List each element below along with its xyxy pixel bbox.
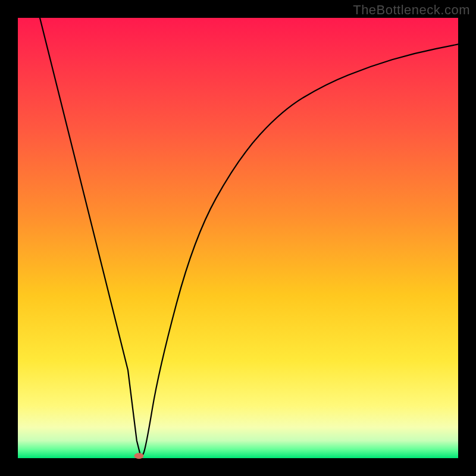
watermark-text: TheBottleneck.com — [353, 2, 470, 18]
bottleneck-curve — [40, 18, 458, 458]
curve-svg — [18, 18, 458, 458]
chart-frame: TheBottleneck.com — [0, 0, 476, 476]
minimum-marker — [134, 453, 144, 459]
plot-area — [18, 18, 458, 458]
